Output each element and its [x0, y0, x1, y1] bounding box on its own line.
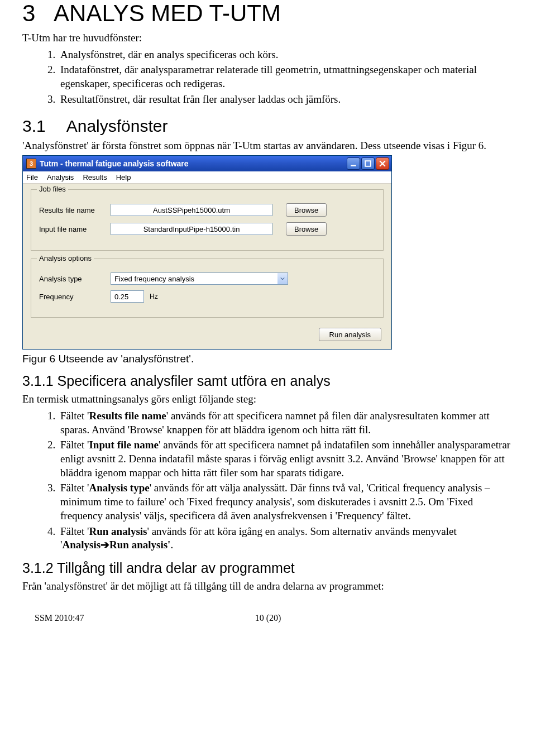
job-files-group: Job files Results file name AustSSPipeh1…: [31, 189, 384, 251]
analysis-type-select[interactable]: Fixed frequency analysis: [111, 272, 288, 285]
run-row: Run analysis: [31, 326, 384, 341]
list-item: Indatafönstret, där analysparametrar rel…: [58, 63, 514, 90]
svg-rect-1: [365, 161, 371, 166]
menu-file[interactable]: File: [26, 173, 38, 181]
frequency-row: Frequency 0.25 Hz: [39, 290, 375, 303]
frequency-unit: Hz: [150, 293, 158, 300]
svg-rect-0: [351, 165, 356, 166]
app-icon: 3: [26, 159, 36, 169]
window-title: Tutm - thermal fatigue analysis software: [40, 159, 347, 168]
maximize-button[interactable]: [361, 157, 375, 170]
list-item: Fältet 'Run analysis' används för att kö…: [58, 525, 514, 552]
minimize-icon: [350, 160, 357, 167]
page-footer: SSM 2010:47 10 (20): [22, 613, 514, 623]
footer-page-number: 10 (20): [22, 613, 514, 623]
analysis-type-value: Fixed frequency analysis: [111, 275, 277, 283]
list-item: Fältet 'Results file name' används för a…: [58, 409, 514, 437]
list-item: Fältet 'Analysis type' används för att v…: [58, 481, 514, 523]
section-3-1-2-body: Från 'analysfönstret' är det möjligt att…: [22, 580, 514, 593]
input-file-row: Input file name StandardInputPipe-h15000…: [39, 222, 375, 236]
list-item: Fältet 'Input file name' används för att…: [58, 438, 514, 480]
analysis-options-group: Analysis options Analysis type Fixed fre…: [31, 259, 384, 318]
intro-paragraph: T-Utm har tre huvudfönster:: [22, 31, 514, 45]
close-icon: [379, 160, 386, 167]
minimize-button[interactable]: [347, 157, 360, 170]
dropdown-arrow: [277, 273, 288, 284]
input-file-input[interactable]: StandardInputPipe-h15000.tin: [111, 223, 272, 235]
windows-enumeration: Analysfönstret, där en analys specificer…: [22, 48, 514, 107]
list-item: Resultatfönstret, där resultat från fler…: [58, 93, 514, 107]
menu-results[interactable]: Results: [83, 173, 107, 181]
chevron-down-icon: [280, 277, 285, 280]
footer-left: SSM 2010:47: [35, 613, 84, 623]
window-buttons: [347, 157, 389, 170]
input-file-label: Input file name: [39, 225, 111, 233]
steps-list: Fältet 'Results file name' används för a…: [22, 409, 514, 552]
close-button[interactable]: [376, 157, 389, 170]
results-file-label: Results file name: [39, 206, 111, 214]
menubar: File Analysis Results Help: [23, 171, 391, 184]
browse-results-button[interactable]: Browse: [286, 203, 327, 217]
frequency-input[interactable]: 0.25: [111, 290, 144, 303]
analysis-type-row: Analysis type Fixed frequency analysis: [39, 272, 375, 285]
section-3-1-1-heading: 3.1.1 Specificera analysfiler samt utför…: [22, 373, 514, 389]
results-file-input[interactable]: AustSSPipeh15000.utm: [111, 204, 272, 216]
frequency-label: Frequency: [39, 293, 111, 301]
section-3-1-heading: 3.1 Analysfönster: [22, 117, 514, 136]
list-item: Analysfönstret, där en analys specificer…: [58, 48, 514, 62]
browse-input-button[interactable]: Browse: [286, 222, 327, 236]
window-titlebar[interactable]: 3 Tutm - thermal fatigue analysis softwa…: [23, 156, 391, 171]
section-3-1-2-heading: 3.1.2 Tillgång till andra delar av progr…: [22, 560, 514, 576]
run-analysis-button[interactable]: Run analysis: [319, 328, 381, 341]
menu-help[interactable]: Help: [116, 173, 131, 181]
analysis-type-label: Analysis type: [39, 275, 111, 283]
tutm-app-window: 3 Tutm - thermal fatigue analysis softwa…: [22, 155, 392, 350]
figure-6-caption: Figur 6 Utseende av 'analysfönstret'.: [22, 353, 514, 365]
section-3-1-1-lead: En termisk utmattningsanalys görs enligt…: [22, 393, 514, 406]
client-area: Job files Results file name AustSSPipeh1…: [23, 184, 391, 349]
chapter-title: ANALYS MED T-UTM: [54, 0, 281, 26]
menu-analysis[interactable]: Analysis: [47, 173, 74, 181]
section-title: Analysfönster: [66, 117, 168, 135]
analysis-options-legend: Analysis options: [37, 254, 94, 262]
section-3-1-body: 'Analysfönstret' är första fönstret som …: [22, 139, 514, 152]
job-files-legend: Job files: [37, 185, 68, 193]
section-number: 3.1: [22, 117, 63, 136]
chapter-heading: 3 ANALYS MED T-UTM: [22, 0, 514, 27]
results-file-row: Results file name AustSSPipeh15000.utm B…: [39, 203, 375, 217]
maximize-icon: [365, 160, 371, 167]
chapter-number: 3: [22, 0, 35, 26]
